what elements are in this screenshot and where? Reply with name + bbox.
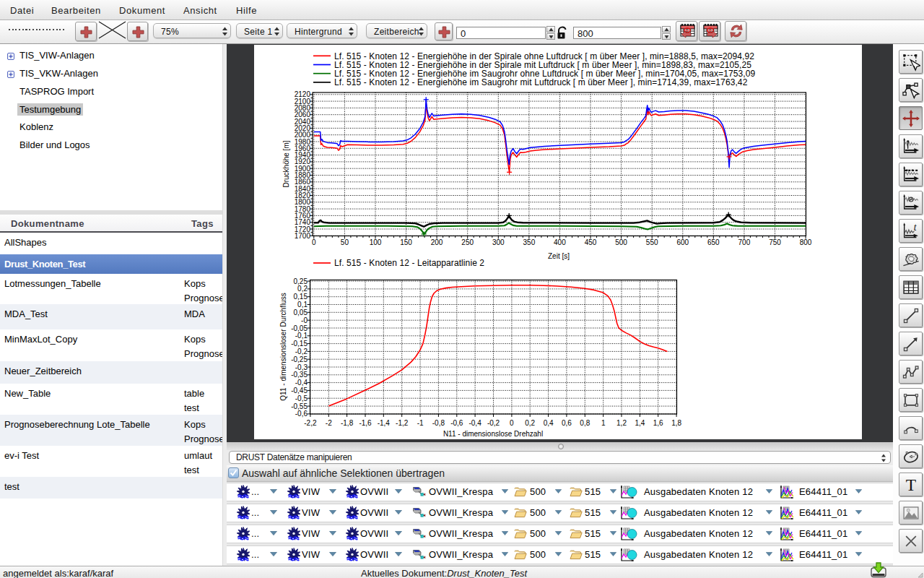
svg-text:0: 0 bbox=[510, 419, 514, 427]
svg-text:350: 350 bbox=[523, 238, 536, 246]
svg-text:0,2: 0,2 bbox=[525, 419, 535, 427]
svg-text:-1,4: -1,4 bbox=[378, 419, 391, 427]
svg-text:-0,4: -0,4 bbox=[468, 419, 481, 427]
svg-text:-1,2: -1,2 bbox=[396, 419, 409, 427]
svg-text:700: 700 bbox=[738, 238, 751, 246]
svg-text:N11 - dimensionslose Drehzahl: N11 - dimensionslose Drehzahl bbox=[443, 430, 543, 438]
svg-text:800: 800 bbox=[800, 238, 812, 246]
svg-text:1,8: 1,8 bbox=[671, 419, 681, 427]
svg-text:0,6: 0,6 bbox=[562, 419, 572, 427]
svg-text:200: 200 bbox=[431, 238, 443, 246]
svg-text:Lf. 515 - Knoten 12 - Leitappa: Lf. 515 - Knoten 12 - Leitapparatlinie 2 bbox=[334, 258, 484, 268]
svg-text:-0,3: -0,3 bbox=[295, 363, 308, 371]
svg-text:1,2: 1,2 bbox=[616, 419, 627, 427]
svg-text:0,1: 0,1 bbox=[297, 301, 308, 309]
svg-text:1700: 1700 bbox=[295, 232, 311, 240]
svg-text:Lf. 515 - Knoten 12 - Energieh: Lf. 515 - Knoten 12 - Energiehöhe im Sau… bbox=[334, 77, 748, 87]
svg-text:-0,35: -0,35 bbox=[291, 371, 308, 379]
svg-text:-2: -2 bbox=[326, 419, 332, 427]
svg-text:0,15: 0,15 bbox=[294, 293, 308, 301]
svg-text:750: 750 bbox=[769, 238, 781, 246]
svg-text:1,6: 1,6 bbox=[653, 419, 663, 427]
svg-text:400: 400 bbox=[554, 238, 566, 246]
svg-text:0,25: 0,25 bbox=[294, 277, 308, 285]
svg-text:Zeit [s]: Zeit [s] bbox=[548, 252, 570, 260]
svg-text:50: 50 bbox=[341, 238, 349, 246]
svg-text:-0,4: -0,4 bbox=[295, 379, 308, 387]
svg-text:0,05: 0,05 bbox=[294, 309, 308, 316]
svg-text:0,2: 0,2 bbox=[297, 285, 308, 293]
svg-text:-0,05: -0,05 bbox=[291, 324, 308, 332]
svg-text:-0,2: -0,2 bbox=[295, 348, 308, 355]
svg-text:-0,5: -0,5 bbox=[295, 394, 308, 402]
svg-text:t: t bbox=[914, 222, 918, 233]
svg-text:-0: -0 bbox=[301, 316, 308, 324]
svg-text:0,8: 0,8 bbox=[580, 419, 590, 427]
svg-text:0: 0 bbox=[312, 238, 316, 246]
svg-text:1,4: 1,4 bbox=[635, 419, 645, 427]
svg-text:100: 100 bbox=[370, 238, 382, 246]
svg-text:1: 1 bbox=[601, 419, 606, 427]
svg-text:-0,6: -0,6 bbox=[450, 419, 463, 427]
svg-text:600: 600 bbox=[676, 238, 689, 246]
svg-text:450: 450 bbox=[585, 238, 597, 246]
svg-text:Q11 - dimensionsloser Durchflu: Q11 - dimensionsloser Durchfluss bbox=[279, 293, 287, 400]
svg-text:-1: -1 bbox=[417, 419, 424, 427]
svg-text:-0,1: -0,1 bbox=[295, 332, 308, 340]
svg-text:250: 250 bbox=[461, 238, 474, 246]
svg-text:Druckhöhe [m]: Druckhöhe [m] bbox=[282, 140, 290, 187]
svg-text:-0,8: -0,8 bbox=[432, 419, 445, 427]
svg-text:500: 500 bbox=[615, 238, 627, 246]
svg-text:-0,55: -0,55 bbox=[291, 402, 308, 410]
svg-text:-2,2: -2,2 bbox=[304, 419, 317, 427]
svg-text:300: 300 bbox=[492, 238, 505, 246]
svg-text:-0,6: -0,6 bbox=[295, 410, 308, 418]
svg-text:T: T bbox=[906, 475, 916, 494]
svg-text:550: 550 bbox=[646, 238, 658, 246]
svg-text:-0,2: -0,2 bbox=[487, 419, 500, 427]
svg-text:-1,6: -1,6 bbox=[359, 419, 372, 427]
svg-text:650: 650 bbox=[707, 238, 720, 246]
svg-text:150: 150 bbox=[400, 238, 412, 246]
svg-text:-0,25: -0,25 bbox=[291, 355, 308, 363]
svg-text:-0,15: -0,15 bbox=[291, 340, 308, 348]
svg-text:0,4: 0,4 bbox=[544, 419, 554, 427]
svg-text:-1,8: -1,8 bbox=[341, 419, 354, 427]
svg-text:-0,45: -0,45 bbox=[291, 387, 308, 394]
